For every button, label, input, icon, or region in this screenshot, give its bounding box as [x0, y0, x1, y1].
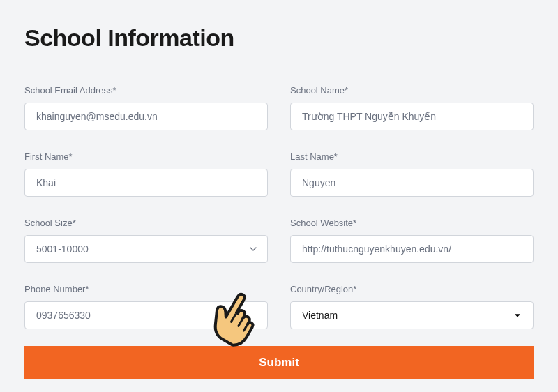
- field-school-name: School Name*: [290, 85, 534, 130]
- input-school-name[interactable]: [290, 103, 534, 130]
- field-country-region: Country/Region* Vietnam: [290, 284, 534, 329]
- submit-button[interactable]: Submit: [24, 346, 534, 379]
- label-last-name: Last Name*: [290, 151, 534, 162]
- label-first-name: First Name*: [24, 151, 268, 162]
- form-grid: School Email Address* School Name* First…: [24, 85, 534, 329]
- page-title: School Information: [24, 24, 534, 52]
- field-school-size: School Size* 5001-10000: [24, 218, 268, 263]
- field-school-email: School Email Address*: [24, 85, 268, 130]
- field-last-name: Last Name*: [290, 151, 534, 197]
- label-school-website: School Website*: [290, 218, 534, 228]
- label-school-email: School Email Address*: [24, 85, 268, 96]
- input-school-email[interactable]: [24, 103, 268, 130]
- input-school-website[interactable]: [290, 235, 534, 263]
- pointing-hand-icon: [205, 287, 261, 350]
- label-school-size: School Size*: [24, 218, 268, 228]
- select-country-region[interactable]: Vietnam: [290, 301, 534, 329]
- select-school-size[interactable]: 5001-10000: [24, 235, 268, 263]
- label-school-name: School Name*: [290, 85, 534, 96]
- field-school-website: School Website*: [290, 218, 534, 263]
- field-first-name: First Name*: [24, 151, 268, 197]
- input-first-name[interactable]: [24, 169, 268, 197]
- input-last-name[interactable]: [290, 169, 534, 197]
- label-country-region: Country/Region*: [290, 284, 534, 294]
